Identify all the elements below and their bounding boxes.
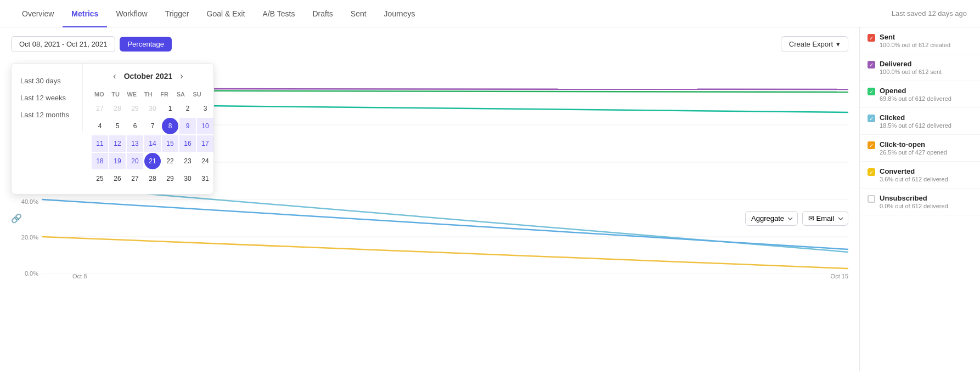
calendar-next-button[interactable]: › <box>177 70 186 82</box>
legend-checkbox-converted[interactable]: ✓ <box>868 168 875 176</box>
cal-day[interactable]: 2 <box>179 100 196 117</box>
nav-drafts[interactable]: Drafts <box>303 0 341 27</box>
legend-sub-sent: 100.0% out of 612 created <box>880 42 972 48</box>
cal-day[interactable]: 27 <box>92 100 108 117</box>
top-nav: Overview Metrics Workflow Trigger Goal &… <box>0 0 980 27</box>
legend-item-delivered: ✓ Delivered 100.0% out of 612 sent <box>860 54 980 81</box>
legend-checkbox-sent[interactable]: ✓ <box>868 34 875 42</box>
legend-info-click-to-open: Click-to-open 26.5% out of 427 opened <box>880 140 972 156</box>
cal-day[interactable]: 25 <box>92 170 108 187</box>
cal-day[interactable]: 7 <box>144 118 161 134</box>
cal-day[interactable]: 23 <box>179 153 196 169</box>
legend-item-clicked: ✓ Clicked 18.5% out of 612 delivered <box>860 108 980 135</box>
cal-day[interactable]: 12 <box>109 135 126 152</box>
legend-item-sent: ✓ Sent 100.0% out of 612 created <box>860 27 980 54</box>
cal-day[interactable]: 14 <box>144 135 161 152</box>
cal-day[interactable]: 30 <box>144 100 161 117</box>
legend-sub-unsubscribed: 0.0% out of 612 delivered <box>880 203 972 209</box>
legend-sub-converted: 3.6% out of 612 delivered <box>880 176 972 182</box>
legend-sub-clicked: 18.5% out of 612 delivered <box>880 122 972 129</box>
day-name-fr: FR <box>157 89 172 100</box>
chevron-down-icon: ▾ <box>836 40 840 48</box>
nav-trigger[interactable]: Trigger <box>156 0 198 27</box>
calendar-week-5: 25 26 27 28 29 30 31 <box>92 170 205 187</box>
cal-day[interactable]: 20 <box>127 153 143 169</box>
nav-sent[interactable]: Sent <box>342 0 375 27</box>
day-name-tu: TU <box>108 89 123 100</box>
nav-goal-exit[interactable]: Goal & Exit <box>198 0 254 27</box>
cal-day[interactable]: 16 <box>179 135 196 152</box>
y-label-40: 40.0% <box>11 198 38 205</box>
calendar-week-4: 18 19 20 21 22 23 24 <box>92 152 205 170</box>
day-name-we: WE <box>124 89 139 100</box>
legend-checkbox-click-to-open[interactable]: ✓ <box>868 141 875 149</box>
cal-day[interactable]: 28 <box>109 100 126 117</box>
y-label-0: 0.0% <box>11 270 38 277</box>
legend-checkbox-unsubscribed[interactable] <box>868 195 875 203</box>
cal-day[interactable]: 18 <box>92 153 108 169</box>
day-name-mo: MO <box>92 89 107 100</box>
legend-info-converted: Converted 3.6% out of 612 delivered <box>880 167 972 182</box>
cal-day[interactable]: 22 <box>162 153 178 169</box>
cal-day[interactable]: 29 <box>162 170 178 187</box>
legend-info-delivered: Delivered 100.0% out of 612 sent <box>880 60 972 75</box>
cal-day[interactable]: 15 <box>162 135 178 152</box>
cal-day[interactable]: 13 <box>127 135 143 152</box>
quick-last-12-weeks[interactable]: Last 12 weeks <box>20 89 74 106</box>
legend-info-clicked: Clicked 18.5% out of 612 delivered <box>880 113 972 129</box>
calendar-month-label: October 2021 <box>124 72 173 81</box>
cal-day[interactable]: 10 <box>197 118 213 134</box>
calendar-week-1: 27 28 29 30 1 2 3 <box>92 100 205 117</box>
left-panel: Oct 08, 2021 - Oct 21, 2021 Percentage C… <box>0 27 859 371</box>
cal-day[interactable]: 6 <box>127 118 143 134</box>
cal-day[interactable]: 29 <box>127 100 143 117</box>
calendar-week-2: 4 5 6 7 8 9 10 <box>92 117 205 135</box>
cal-day[interactable]: 26 <box>109 170 126 187</box>
nav-overview[interactable]: Overview <box>13 0 63 27</box>
legend-item-opened: ✓ Opened 69.8% out of 612 delivered <box>860 81 980 108</box>
nav-workflow[interactable]: Workflow <box>107 0 156 27</box>
nav-ab-tests[interactable]: A/B Tests <box>254 0 304 27</box>
cal-day[interactable]: 3 <box>197 100 213 117</box>
legend-info-opened: Opened 69.8% out of 612 delivered <box>880 87 972 102</box>
legend-checkbox-delivered[interactable]: ✓ <box>868 61 875 69</box>
quick-last-30[interactable]: Last 30 days <box>20 72 74 89</box>
legend-label-sent: Sent <box>880 33 972 41</box>
cal-day[interactable]: 11 <box>92 135 108 152</box>
legend-label-converted: Converted <box>880 167 972 175</box>
calendar-prev-button[interactable]: ‹ <box>110 70 119 82</box>
cal-day-range-end[interactable]: 21 <box>144 153 161 169</box>
legend-checkbox-opened[interactable]: ✓ <box>868 88 875 95</box>
nav-metrics[interactable]: Metrics <box>63 0 107 27</box>
legend-sub-opened: 69.8% out of 612 delivered <box>880 95 972 102</box>
cal-day[interactable]: 30 <box>179 170 196 187</box>
cal-day-range-start[interactable]: 8 <box>162 118 178 134</box>
legend-panel: ✓ Sent 100.0% out of 612 created ✓ Deliv… <box>859 27 980 371</box>
calendar-grid: ‹ October 2021 › MO TU WE TH FR SA SU <box>83 64 213 194</box>
cal-day[interactable]: 31 <box>197 170 213 187</box>
day-name-sa: SA <box>173 89 189 100</box>
cal-day[interactable]: 1 <box>162 100 178 117</box>
legend-label-opened: Opened <box>880 87 972 95</box>
nav-journeys[interactable]: Journeys <box>375 0 424 27</box>
x-axis-labels: Oct 8 Oct 15 <box>72 273 848 279</box>
quick-last-12-months[interactable]: Last 12 months <box>20 106 74 123</box>
cal-day[interactable]: 17 <box>197 135 213 152</box>
cal-day[interactable]: 9 <box>179 118 196 134</box>
cal-day[interactable]: 27 <box>127 170 143 187</box>
percentage-button[interactable]: Percentage <box>120 37 172 52</box>
legend-label-delivered: Delivered <box>880 60 972 68</box>
create-export-button[interactable]: Create Export ▾ <box>781 36 848 52</box>
legend-item-unsubscribed: Unsubscribed 0.0% out of 612 delivered <box>860 189 980 215</box>
legend-info-unsubscribed: Unsubscribed 0.0% out of 612 delivered <box>880 194 972 209</box>
cal-day[interactable]: 4 <box>92 118 108 134</box>
x-label-oct8: Oct 8 <box>72 273 87 279</box>
legend-sub-click-to-open: 26.5% out of 427 opened <box>880 149 972 156</box>
legend-checkbox-clicked[interactable]: ✓ <box>868 115 875 122</box>
cal-day[interactable]: 5 <box>109 118 126 134</box>
day-name-th: TH <box>140 89 156 100</box>
date-range-button[interactable]: Oct 08, 2021 - Oct 21, 2021 <box>11 36 115 52</box>
cal-day[interactable]: 28 <box>144 170 161 187</box>
cal-day[interactable]: 19 <box>109 153 126 169</box>
cal-day[interactable]: 24 <box>197 153 213 169</box>
